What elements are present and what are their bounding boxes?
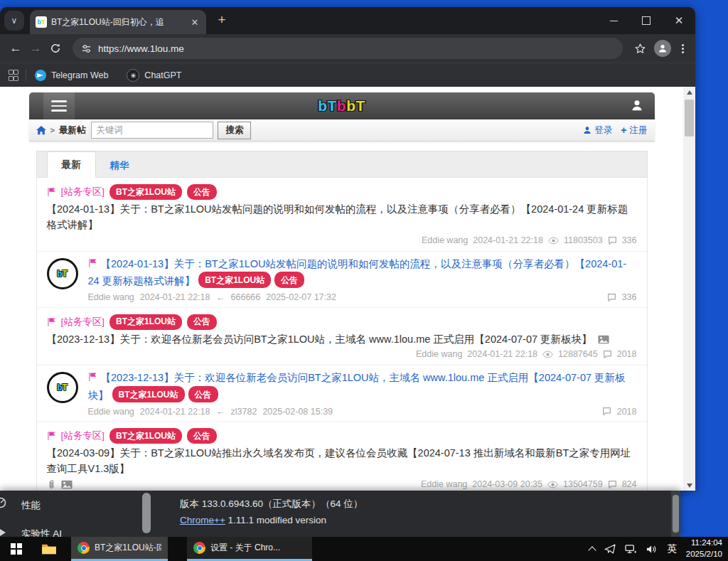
scroll-down-arrow[interactable] [683, 480, 695, 491]
address-bar[interactable]: https://www.1lou.me [73, 38, 623, 59]
tab-search-button[interactable]: ∨ [4, 11, 24, 31]
forward-button[interactable]: → [26, 38, 46, 58]
comments-icon [603, 350, 612, 359]
user-avatar[interactable]: bT [47, 258, 78, 289]
tray-expand-icon[interactable] [589, 546, 596, 554]
plus-icon: + [621, 125, 626, 135]
post-author[interactable]: Eddie wang [421, 479, 467, 491]
forum-badge[interactable]: BT之家1LOU站 [112, 386, 185, 402]
minimize-button[interactable] [597, 7, 630, 34]
chrome-settings-window[interactable]: 性能 实验性 AI 版本 133.0.6943.60（正式版本）（64 位） C… [0, 491, 680, 537]
search-input[interactable] [91, 122, 213, 139]
menu-hamburger-button[interactable] [43, 92, 75, 119]
browser-tab[interactable]: bT BT之家1LOU站-回归初心，追 ✕ [30, 10, 206, 34]
register-link[interactable]: + 注册 [621, 124, 647, 137]
chrome-version-text: 版本 133.0.6943.60（正式版本）（64 位） [180, 498, 363, 511]
folder-icon [41, 543, 57, 555]
image-attachment-icon [61, 480, 73, 489]
apps-grid-icon[interactable] [9, 70, 17, 81]
last-reply-user[interactable]: zl3782 [231, 407, 257, 417]
post-time: 2024-01-21 22:18 [140, 407, 210, 417]
post-author[interactable]: Eddie wang [88, 292, 134, 302]
scroll-up-arrow[interactable] [683, 87, 695, 97]
chromepp-link[interactable]: Chrome++ [180, 515, 225, 525]
post-category[interactable]: [站务专区] [61, 429, 105, 442]
last-reply-arrow-icon: ← [216, 292, 225, 303]
bookmark-telegram[interactable]: Telegram Web [35, 70, 108, 81]
tab-close-icon[interactable]: ✕ [189, 17, 200, 28]
bookmark-label: ChatGPT [144, 70, 181, 80]
back-button[interactable]: ← [6, 38, 26, 58]
home-icon[interactable] [36, 126, 46, 135]
scrollbar-thumb[interactable] [685, 100, 694, 137]
close-button[interactable]: ✕ [663, 7, 695, 34]
file-explorer-button[interactable] [33, 537, 65, 561]
settings-item-experimental-ai[interactable]: 实验性 AI [21, 528, 62, 537]
profile-avatar-button[interactable] [654, 40, 671, 57]
notice-badge[interactable]: 公告 [274, 272, 304, 288]
post-author[interactable]: Eddie wang [88, 407, 134, 417]
last-reply-user[interactable]: 666666 [231, 292, 261, 302]
notice-badge[interactable]: 公告 [188, 386, 218, 402]
maximize-button[interactable] [630, 7, 663, 34]
user-avatar[interactable]: bT [47, 372, 78, 403]
tab-title: BT之家1LOU站-回归初心，追 [51, 16, 185, 28]
bookmark-chatgpt[interactable]: ✳ ChatGPT [127, 69, 181, 82]
bookmark-star-button[interactable] [630, 38, 650, 58]
start-button[interactable] [0, 537, 33, 561]
taskbar-clock[interactable]: 11:24:04 2025/2/10 [686, 538, 722, 560]
post-author[interactable]: Eddie wang [416, 348, 462, 360]
header-user-button[interactable] [631, 99, 643, 112]
post-category[interactable]: [站务专区] [61, 316, 105, 328]
notice-badge[interactable]: 公告 [187, 314, 217, 330]
post-author[interactable]: Eddie wang [422, 235, 468, 247]
post-title[interactable]: 【2024-01-13】关于：BT之家1LOU站发帖问题的说明和如何发帖的流程，… [47, 202, 637, 233]
search-button[interactable]: 搜索 [218, 122, 251, 139]
post-category[interactable]: [站务专区] [61, 186, 105, 198]
telegram-tray-icon[interactable] [604, 543, 616, 555]
settings-item-performance[interactable]: 性能 [21, 499, 41, 512]
person-icon [658, 43, 668, 53]
bookmarks-bar: Telegram Web ✳ ChatGPT [0, 63, 695, 87]
tab-digest[interactable]: 精华 [96, 153, 144, 178]
post-title[interactable]: 【2023-12-13】关于：欢迎各位新老会员访问BT之家1LOU站，主域名 w… [47, 333, 592, 345]
page-scrollbar[interactable] [683, 87, 695, 491]
notice-badge[interactable]: 公告 [187, 184, 217, 200]
settings-sidebar-scrollbar[interactable] [142, 493, 151, 533]
browser-menu-button[interactable] [675, 43, 690, 55]
desktop: { "browser": { "tab_title": "BT之家1LOU站-回… [0, 0, 728, 561]
avatar-logo-yellow: T [63, 383, 68, 392]
reload-button[interactable] [46, 38, 65, 58]
forum-badge[interactable]: BT之家1LOU站 [198, 272, 271, 288]
avatar-logo-cyan: b [57, 383, 62, 392]
post-row: [站务专区] BT之家1LOU站 公告 【2024-01-13】关于：BT之家1… [37, 178, 647, 252]
new-tab-button[interactable]: + [215, 12, 229, 28]
login-link[interactable]: 登录 [583, 124, 612, 137]
last-reply-time: 2025-02-08 15:39 [262, 407, 333, 417]
forum-badge[interactable]: BT之家1LOU站 [109, 184, 182, 200]
post-time: 2024-01-21 22:18 [140, 292, 210, 302]
notice-badge[interactable]: 公告 [187, 428, 217, 444]
taskbar-task-forum[interactable]: BT之家1LOU站-回... [71, 537, 168, 561]
tab-latest[interactable]: 最新 [47, 151, 96, 178]
avatar-logo-cyan: b [57, 269, 62, 279]
browser-window: ∨ bT BT之家1LOU站-回归初心，追 ✕ + ✕ ← → [0, 7, 695, 491]
breadcrumb-current[interactable]: 最新帖 [59, 124, 86, 137]
network-icon[interactable] [625, 544, 637, 555]
volume-icon[interactable] [646, 544, 658, 555]
site-settings-icon[interactable] [81, 43, 92, 54]
post-row: [站务专区] BT之家1LOU站 公告 【2024-03-09】关于：BT之家1… [37, 422, 647, 491]
post-title[interactable]: 【2024-03-09】关于：BT之家1LOU站推出永久域名发布页，建议各位会员… [47, 446, 637, 477]
taskbar-task-settings[interactable]: 设置 - 关于 Chro... [187, 537, 312, 561]
telegram-icon [35, 70, 46, 81]
site-logo[interactable]: bTbbT [318, 97, 365, 114]
settings-scrollbar[interactable] [671, 491, 680, 537]
register-label: 注册 [630, 124, 648, 137]
breadcrumb: > 最新帖 搜索 登录 + [29, 119, 655, 141]
tab-strip: ∨ bT BT之家1LOU站-回归初心，追 ✕ + ✕ [0, 7, 695, 34]
forum-badge[interactable]: BT之家1LOU站 [109, 314, 182, 330]
forum-badge[interactable]: BT之家1LOU站 [109, 428, 182, 444]
site-favicon-icon: bT [36, 16, 47, 28]
ime-indicator[interactable]: 英 [667, 543, 677, 555]
post-title-link[interactable]: 【2024-01-13】关于：BT之家1LOU站发帖问题的说明和如何发帖的流程，… [88, 258, 627, 287]
